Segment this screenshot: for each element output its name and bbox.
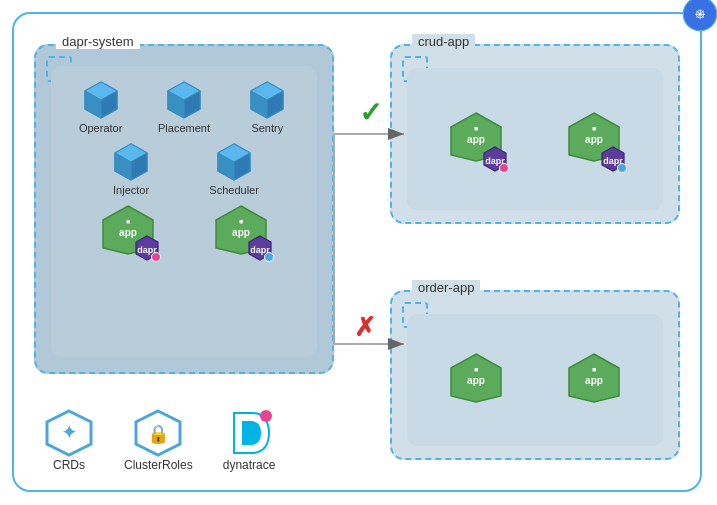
crud-app-container: crud-app ■ app dapr	[390, 44, 680, 224]
svg-text:■: ■	[592, 125, 596, 132]
dapr-system-inner: Operator Placement	[51, 66, 317, 357]
injector-component: Injector	[109, 140, 153, 196]
dapr-system-container: dapr-system Operator	[34, 44, 334, 374]
crud-pod-2: ■ app dapr	[565, 111, 623, 167]
dapr-badge-2: dapr	[246, 234, 274, 262]
x-mark: ✗	[354, 312, 376, 342]
bottom-icons-row: ✦ CRDs 🔒 ClusterRoles dynatrace	[44, 408, 275, 472]
dapr-components-row1: Operator Placement	[51, 66, 317, 140]
dapr-system-pods: ■ app dapr	[51, 204, 317, 266]
svg-text:app: app	[585, 134, 603, 145]
order-pod-1: ■ app	[447, 352, 505, 408]
dapr-system-pod-1: ■ app dapr	[99, 204, 157, 256]
order-app-label: order-app	[412, 280, 480, 295]
svg-text:app: app	[467, 134, 485, 145]
scheduler-component: Scheduler	[209, 140, 259, 196]
crud-app-label: crud-app	[412, 34, 475, 49]
svg-text:app: app	[585, 375, 603, 386]
dapr-dot-pink	[151, 252, 161, 262]
svg-text:■: ■	[474, 125, 478, 132]
crud-pod-1: ■ app dapr	[447, 111, 505, 167]
clusterroles-icon-item: 🔒 ClusterRoles	[124, 408, 193, 472]
dynatrace-label: dynatrace	[223, 458, 276, 472]
svg-text:■: ■	[238, 218, 242, 225]
crds-icon-item: ✦ CRDs	[44, 408, 94, 472]
crds-label: CRDs	[53, 458, 85, 472]
order-app-inner: ■ app ■ app	[407, 314, 663, 446]
operator-component: Operator	[79, 78, 123, 134]
crud-dapr-dot-2	[617, 163, 627, 173]
svg-text:⎈: ⎈	[695, 4, 706, 23]
sentry-label: Sentry	[251, 122, 283, 134]
scheduler-label: Scheduler	[209, 184, 259, 196]
dapr-badge-1: dapr	[133, 234, 161, 262]
kubernetes-icon: ⎈	[682, 0, 717, 32]
dapr-system-label: dapr-system	[56, 34, 140, 49]
dapr-system-pod-2: ■ app dapr	[212, 204, 270, 256]
clusterroles-label: ClusterRoles	[124, 458, 193, 472]
crud-dapr-badge-1: dapr	[481, 145, 509, 173]
placement-label: Placement	[158, 122, 210, 134]
svg-text:■: ■	[592, 366, 596, 373]
svg-text:■: ■	[474, 366, 478, 373]
svg-text:app: app	[467, 375, 485, 386]
svg-text:✦: ✦	[61, 421, 78, 443]
svg-text:🔒: 🔒	[147, 423, 170, 445]
crud-app-inner: ■ app dapr ■ app	[407, 68, 663, 210]
svg-point-52	[260, 410, 272, 422]
dynatrace-icon-item: dynatrace	[223, 408, 276, 472]
crud-dapr-badge-2: dapr	[599, 145, 627, 173]
operator-label: Operator	[79, 122, 122, 134]
order-pod-2: ■ app	[565, 352, 623, 408]
placement-component: Placement	[158, 78, 210, 134]
crud-dapr-dot-1	[499, 163, 509, 173]
injector-label: Injector	[113, 184, 149, 196]
sentry-component: Sentry	[245, 78, 289, 134]
order-app-container: order-app ■ app ■ app	[390, 290, 680, 460]
main-diagram: ⎈ dapr-system Operator	[12, 12, 702, 492]
dapr-dot-blue	[264, 252, 274, 262]
svg-text:■: ■	[125, 218, 129, 225]
check-mark: ✓	[359, 97, 382, 128]
dapr-components-row2: Injector Scheduler	[51, 140, 317, 204]
